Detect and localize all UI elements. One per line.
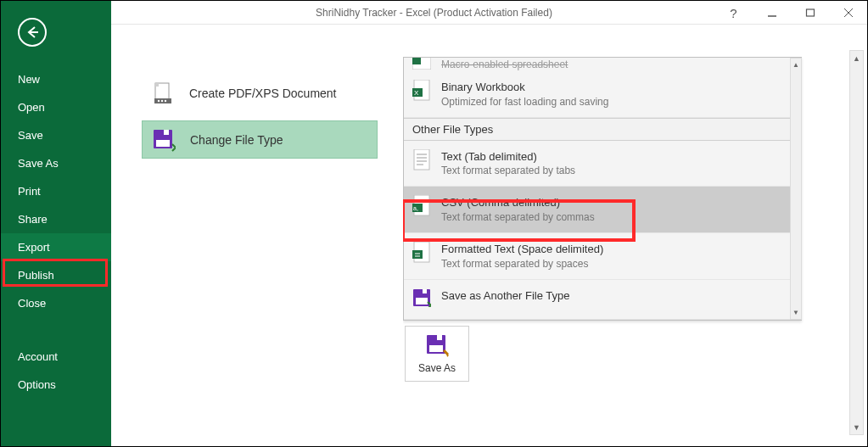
save-other-label: Save as Another File Type [441, 288, 570, 304]
close-button[interactable] [829, 1, 867, 25]
svg-rect-12 [156, 140, 170, 147]
filetype-binary-workbook[interactable]: X Binary Workbook Optimized for fast loa… [404, 71, 801, 118]
svg-rect-14 [412, 58, 421, 64]
svg-rect-32 [416, 298, 428, 305]
change-filetype-column: Macro-enabled spreadsheet X Binary Workb… [403, 57, 842, 439]
minimize-button[interactable] [753, 1, 791, 25]
sidebar-item-account[interactable]: Account [1, 343, 111, 371]
filetype-panel: Macro-enabled spreadsheet X Binary Workb… [403, 57, 802, 321]
pdfxps-label: Create PDF/XPS Document [189, 87, 337, 100]
scroll-up-icon[interactable]: ▲ [791, 59, 801, 70]
scroll-down-icon[interactable]: ▼ [791, 307, 801, 319]
backstage-sidebar: New Open Save Save As Print Share Export… [1, 1, 111, 447]
restore-button[interactable] [791, 1, 829, 25]
floppy-other-icon [412, 288, 431, 310]
svg-rect-18 [414, 149, 429, 170]
sidebar-item-print[interactable]: Print [1, 177, 111, 205]
export-option-change-filetype[interactable]: Change File Type [142, 120, 378, 159]
export-options-column: Create PDF/XPS Document Change File Type [142, 74, 378, 159]
text-icon [412, 149, 431, 171]
filetype-macro-enabled[interactable]: Macro-enabled spreadsheet [404, 58, 801, 71]
svg-rect-27 [412, 250, 423, 259]
help-button[interactable]: ? [714, 1, 753, 25]
change-filetype-label: Change File Type [190, 133, 283, 147]
formatted-label: Formatted Text (Space delimited) [441, 242, 603, 257]
sidebar-item-share[interactable]: Share [1, 205, 111, 233]
sidebar-item-save-as[interactable]: Save As [1, 149, 111, 177]
text-tab-label: Text (Tab delimited) [441, 149, 575, 165]
panel-scrollbar[interactable]: ▲ ▼ [790, 58, 802, 320]
save-as-icon [425, 333, 449, 357]
csv-desc: Text format separated by commas [441, 210, 595, 224]
text-tab-desc: Text format separated by tabs [441, 164, 575, 177]
binary-label: Binary Workbook [441, 80, 608, 95]
svg-text:a,: a, [413, 205, 418, 211]
formatted-desc: Text format separated by spaces [441, 257, 603, 271]
svg-point-9 [165, 99, 166, 101]
window-title: ShriNidhy Tracker - Excel (Product Activ… [316, 7, 552, 19]
csv-icon: a, [412, 195, 431, 217]
filetype-formatted-text[interactable]: Formatted Text (Space delimited) Text fo… [404, 233, 801, 280]
sidebar-item-open[interactable]: Open [1, 93, 111, 121]
svg-text:X: X [414, 89, 419, 97]
sidebar-item-close[interactable]: Close [1, 289, 111, 317]
svg-point-7 [158, 99, 160, 101]
floppy-change-icon [151, 127, 176, 153]
binary-desc: Optimized for fast loading and saving [441, 95, 608, 109]
sidebar-item-publish[interactable]: Publish [1, 261, 111, 289]
save-as-label: Save As [406, 362, 468, 374]
filetype-text-tab[interactable]: Text (Tab delimited) Text format separat… [404, 141, 801, 187]
outer-scroll-down-icon[interactable]: ▼ [850, 420, 863, 434]
backstage-main: Create PDF/XPS Document Change File Type [111, 25, 867, 446]
title-bar: ShriNidhy Tracker - Excel (Product Activ… [1, 1, 867, 25]
filetype-section-other: Other File Types [404, 118, 801, 141]
svg-rect-31 [423, 289, 427, 293]
window-scrollbar[interactable]: ▲ ▼ [849, 50, 864, 435]
save-as-button[interactable]: Save As [405, 326, 469, 382]
csv-label: CSV (Comma delimited) [441, 195, 595, 210]
svg-point-8 [161, 99, 163, 101]
sidebar-item-export[interactable]: Export [1, 233, 111, 261]
svg-rect-1 [806, 9, 814, 16]
back-button[interactable] [18, 18, 47, 47]
filetype-save-another[interactable]: Save as Another File Type [404, 280, 801, 320]
filetype-csv[interactable]: a, CSV (Comma delimited) Text format sep… [404, 187, 801, 233]
macro-label: Macro-enabled spreadsheet [441, 58, 568, 71]
export-option-pdfxps[interactable]: Create PDF/XPS Document [142, 74, 378, 112]
outer-scroll-up-icon[interactable]: ▲ [850, 51, 863, 65]
svg-rect-34 [437, 335, 442, 340]
window-controls: ? [714, 1, 867, 25]
sidebar-item-options[interactable]: Options [1, 371, 111, 399]
prn-icon [412, 242, 431, 264]
svg-rect-35 [429, 345, 443, 352]
pdf-icon [150, 81, 176, 106]
sidebar-item-new[interactable]: New [1, 65, 111, 93]
excel-macro-icon [412, 58, 431, 71]
svg-rect-11 [164, 130, 169, 135]
excel-binary-icon: X [412, 80, 431, 102]
sidebar-item-save[interactable]: Save [1, 121, 111, 149]
